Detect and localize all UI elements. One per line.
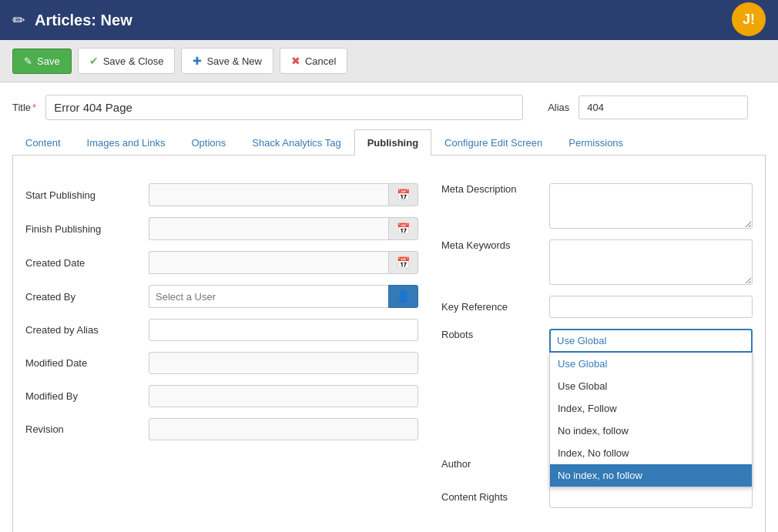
created-date-label: Created Date (25, 257, 149, 269)
app-header: ✏ Articles: New J! (0, 0, 778, 40)
robots-option-index-follow[interactable]: Index, Follow (550, 397, 752, 420)
svg-text:J!: J! (743, 12, 755, 27)
plus-icon: ✚ (193, 55, 202, 67)
tab-images[interactable]: Images and Links (74, 129, 179, 156)
created-by-label: Created By (25, 291, 149, 303)
page-title: Articles: New (35, 12, 132, 29)
modified-by-input[interactable] (149, 385, 418, 407)
created-by-alias-label: Created by Alias (25, 324, 149, 336)
robots-option-no-index-follow[interactable]: No index, follow (550, 420, 752, 442)
save-close-button[interactable]: ✔ Save & Close (78, 48, 176, 74)
modified-by-label: Modified By (25, 390, 149, 402)
save-new-button[interactable]: ✚ Save & New (181, 48, 273, 74)
created-by-alias-input[interactable] (149, 319, 418, 341)
revision-row: Revision (25, 418, 418, 440)
edit-icon: ✏ (12, 11, 25, 29)
alias-label: Alias (548, 102, 569, 113)
created-date-calendar-btn[interactable]: 📅 (388, 251, 418, 274)
x-icon: ✖ (291, 55, 300, 67)
meta-keywords-textarea[interactable] (549, 239, 753, 285)
created-by-user-btn[interactable]: 👤 (388, 285, 418, 308)
robots-selected[interactable]: Use Global (549, 329, 753, 353)
content-rights-label: Content Rights (441, 491, 549, 503)
robots-label: Robots (441, 329, 549, 340)
joomla-logo: J! (732, 2, 766, 38)
created-by-alias-row: Created by Alias (25, 319, 418, 341)
start-publishing-calendar-btn[interactable]: 📅 (388, 183, 418, 206)
modified-date-input[interactable] (149, 352, 418, 374)
created-date-input-group: 📅 (149, 251, 418, 274)
robots-option-use-global[interactable]: Use Global (550, 375, 752, 397)
modified-by-row: Modified By (25, 385, 418, 407)
modified-date-row: Modified Date (25, 352, 418, 374)
save-button[interactable]: ✎ Save (12, 49, 72, 74)
start-publishing-row: Start Publishing 📅 (25, 183, 418, 206)
start-publishing-input-group: 📅 (149, 183, 418, 206)
form-content: Start Publishing 📅 Finish Publishing 📅 (25, 168, 753, 532)
revision-input[interactable] (149, 418, 418, 440)
form-right: Meta Description Meta Keywords Key Refer… (441, 183, 753, 519)
created-by-row: Created By 👤 (25, 285, 418, 308)
tab-content[interactable]: Content (12, 129, 74, 156)
key-reference-label: Key Reference (441, 301, 549, 313)
meta-description-row: Meta Description (441, 183, 753, 229)
save-icon: ✎ (24, 55, 32, 67)
tab-content-wrapper: Start Publishing 📅 Finish Publishing 📅 (12, 156, 766, 532)
cancel-button[interactable]: ✖ Cancel (280, 48, 347, 74)
created-date-row: Created Date 📅 (25, 251, 418, 274)
title-input[interactable] (45, 95, 523, 120)
tabs-bar: Content Images and Links Options Shack A… (12, 129, 766, 156)
modified-date-label: Modified Date (25, 357, 149, 369)
meta-description-textarea[interactable] (549, 183, 753, 229)
key-reference-row: Key Reference (441, 296, 753, 318)
tab-options[interactable]: Options (178, 129, 239, 156)
title-label: Title* (12, 102, 36, 113)
author-label: Author (441, 458, 549, 470)
finish-publishing-calendar-btn[interactable]: 📅 (388, 217, 418, 240)
content-rights-row: Content Rights (441, 486, 753, 508)
finish-publishing-row: Finish Publishing 📅 (25, 217, 418, 240)
robots-option-use-global-highlighted[interactable]: Use Global (550, 353, 752, 375)
meta-keywords-row: Meta Keywords (441, 239, 753, 285)
created-by-input-group: 👤 (149, 285, 418, 308)
key-reference-input[interactable] (549, 296, 753, 318)
meta-description-label: Meta Description (441, 183, 549, 195)
robots-option-no-index-no-follow[interactable]: No index, no follow (550, 464, 752, 487)
alias-input[interactable] (578, 95, 748, 119)
robots-dropdown-list: Use Global Use Global Index, Follow No i… (549, 353, 753, 487)
revision-label: Revision (25, 423, 149, 435)
finish-publishing-label: Finish Publishing (25, 223, 149, 235)
check-icon: ✔ (89, 55, 99, 67)
content-rights-input[interactable] (549, 486, 753, 508)
content-area: Title* Alias Content Images and Links Op… (0, 82, 778, 532)
robots-option-index-no-follow[interactable]: Index, No follow (550, 442, 752, 464)
tab-permissions[interactable]: Permissions (555, 129, 636, 156)
tab-publishing[interactable]: Publishing (354, 129, 431, 156)
title-row: Title* Alias (12, 95, 766, 120)
finish-publishing-input[interactable] (149, 217, 388, 240)
tab-shack[interactable]: Shack Analytics Tag (239, 129, 354, 156)
form-left: Start Publishing 📅 Finish Publishing 📅 (25, 183, 441, 519)
tab-configure[interactable]: Configure Edit Screen (431, 129, 555, 156)
robots-dropdown-container: Use Global Use Global Use Global Index, … (549, 329, 753, 353)
start-publishing-input[interactable] (149, 183, 388, 206)
toolbar: ✎ Save ✔ Save & Close ✚ Save & New ✖ Can… (0, 40, 778, 82)
finish-publishing-input-group: 📅 (149, 217, 418, 240)
start-publishing-label: Start Publishing (25, 189, 149, 201)
robots-row: Robots Use Global Use Global Use Global … (441, 329, 753, 353)
created-date-input[interactable] (149, 251, 388, 274)
created-by-input[interactable] (149, 285, 388, 308)
meta-keywords-label: Meta Keywords (441, 239, 549, 251)
